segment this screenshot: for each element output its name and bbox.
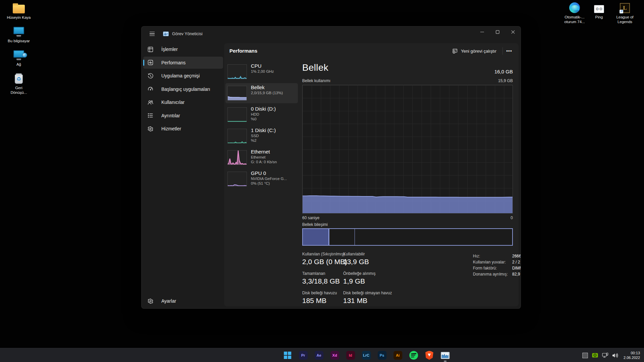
perf-thumbnail-disk-1-c: [227, 129, 247, 143]
memory-stat-value: 131 MB: [343, 296, 403, 305]
premiere-icon: Pr: [299, 351, 308, 360]
sidebar-item-label: Ayarlar: [161, 298, 176, 304]
memory-stat: Disk belleği havuzu185 MB: [302, 291, 343, 305]
performance-icon: [148, 60, 153, 65]
desktop-icon-geri-donusum[interactable]: ♻GeriDönüşü...: [1, 72, 36, 95]
desktop-icon-huseyin-kaya[interactable]: Hüseyin Kaya: [1, 2, 36, 20]
desktop-icon-ag[interactable]: Ağ: [1, 49, 36, 67]
tray-nvidia-settings-icon[interactable]: [591, 350, 599, 360]
desktop-icon-league-of-legends[interactable]: L↗League ofLegends: [607, 2, 642, 24]
taskbar-app-after-effects[interactable]: Ae: [311, 349, 327, 362]
taskbar-app-illustrator[interactable]: Ai: [390, 349, 406, 362]
perf-list-item-bellek[interactable]: Bellek2,0/15,9 GB (13%): [225, 83, 298, 103]
sidebar-item-ayarlar[interactable]: Ayarlar: [143, 295, 223, 307]
clock-date: 2.06.2022: [624, 355, 640, 360]
perf-item-sub: HDD: [251, 112, 297, 117]
hamburger-menu-icon[interactable]: [146, 29, 158, 39]
recycle-glyph: ♻: [16, 76, 21, 82]
tray-volume-icon[interactable]: [611, 350, 620, 360]
startup-icon: [148, 86, 153, 92]
taskbar-app-spotify[interactable]: [406, 349, 421, 362]
close-button[interactable]: [505, 26, 521, 37]
details-icon: [148, 113, 153, 118]
memory-details: Hız:2666 MHzKullanılan yuvalar:2 / 2Form…: [473, 253, 521, 277]
perf-item-title: 1 Diski (C:): [251, 127, 297, 133]
taskbar-app-xd[interactable]: Xd: [327, 349, 342, 362]
perf-list-item-cpu[interactable]: CPU1% 2,00 GHz: [225, 62, 298, 82]
perf-thumbnail-disk-0-d: [227, 107, 247, 122]
chart-time-label: 60 saniye: [302, 216, 319, 220]
task-manager-app-icon: [163, 32, 169, 36]
memory-stat-value: 3,3/18,8 GB: [302, 277, 343, 286]
memory-detail-value: 82,9 MB: [512, 271, 521, 277]
perf-list-item-disk-0-d[interactable]: 0 Diski (D:)HDD%0: [225, 105, 298, 125]
sidebar-item-performans[interactable]: Performans: [143, 57, 223, 69]
perf-list-item-gpu-0[interactable]: GPU 0NVIDIA GeForce G...0% (51 °C): [225, 169, 298, 189]
memory-composition-label: Bellek bileşimi: [302, 222, 328, 227]
services-icon: [148, 126, 153, 132]
perf-item-sub: 1% 2,00 GHz: [251, 69, 297, 74]
taskbar-app-lightroom-classic[interactable]: LrC: [358, 349, 374, 362]
perf-list-item-disk-1-c[interactable]: 1 Diski (C:)SSD%2: [225, 126, 298, 146]
clock[interactable]: 00:132.06.2022: [624, 351, 640, 360]
taskbar-app-start[interactable]: [279, 349, 295, 362]
sidebar-item-baslangic-uygulamalari[interactable]: Başlangıç uygulamaları: [143, 83, 223, 95]
sidebar-item-label: Uygulama geçmişi: [161, 73, 200, 78]
after-effects-icon: Ae: [315, 351, 323, 360]
desktop-icon-bu-bilgisayar[interactable]: Bu bilgisayar: [1, 25, 36, 43]
perf-item-sub: SSD: [251, 133, 297, 138]
memory-detail-row: Donanıma ayrılmış:82,9 MB: [473, 271, 521, 277]
memory-stat: Kullanılan (Sıkıştırılmış)2,0 GB (0 MB): [302, 252, 343, 266]
app-history-icon: [148, 73, 153, 79]
perf-item-sub: 2,0/15,9 GB (13%): [251, 90, 297, 95]
memory-scale-max: 15,9 GB: [498, 78, 513, 83]
sidebar-settings: Ayarlar: [143, 295, 223, 308]
performance-list: CPU1% 2,00 GHz Bellek2,0/15,9 GB (13%) 0…: [225, 62, 298, 190]
desktop: Hüseyin KayaBu bilgisayarAğ♻GeriDönüşü..…: [0, 0, 644, 362]
memory-title: Bellek: [302, 62, 328, 73]
perf-item-title: 0 Diski (D:): [251, 106, 297, 112]
memory-detail-value: DIMM: [512, 265, 521, 271]
taskbar-app-brave[interactable]: [421, 349, 437, 362]
sidebar-item-uygulama-gecmisi[interactable]: Uygulama geçmişi: [143, 70, 223, 82]
sidebar-item-label: Performans: [161, 60, 185, 65]
memory-stat-label: Disk belleği havuzu: [302, 291, 343, 296]
folder-icon: [1, 2, 36, 13]
taskbar-app-indesign[interactable]: Id: [342, 349, 358, 362]
tray-network-status-icon[interactable]: [601, 350, 609, 360]
sidebar-item-ayrintilar[interactable]: Ayrıntılar: [143, 110, 223, 122]
taskbar-app-photoshop[interactable]: Ps: [374, 349, 390, 362]
perf-item-sub: 0% (51 °C): [251, 181, 297, 186]
window-title: Görev Yöneticisi: [172, 32, 203, 36]
taskbar-center: PrAeXdIdLrCPsAi: [279, 348, 453, 362]
memory-detail-row: Hız:2666 MHz: [473, 253, 521, 259]
sidebar-item-hizmetler[interactable]: Hizmetler: [143, 123, 223, 135]
memory-detail-key: Hız:: [473, 253, 512, 259]
xd-icon: Xd: [330, 351, 339, 360]
memory-stat-value: 1,9 GB: [343, 277, 403, 286]
sidebar-item-label: Hizmetler: [161, 126, 181, 131]
sidebar-item-islemler[interactable]: İşlemler: [143, 43, 223, 55]
memory-usage-chart: [302, 85, 513, 214]
memory-stat-value: 2,0 GB (0 MB): [302, 257, 343, 266]
chart-zero-label: 0: [511, 216, 513, 220]
shortcut-arrow-icon: ↗: [620, 10, 623, 13]
taskbar-app-task-manager[interactable]: [437, 349, 453, 362]
memory-stat: Tamamlanan3,3/18,8 GB: [302, 271, 343, 286]
perf-list-item-ethernet[interactable]: EthernetEthernetG: 0 A: 0 Kb/sn: [225, 147, 298, 168]
taskbar-app-premiere[interactable]: Pr: [295, 349, 311, 362]
memory-stat-label: Önbelleğe alınmış: [343, 271, 403, 276]
memory-detail-key: Form faktörü:: [473, 265, 512, 271]
perf-thumbnail-bellek: [227, 86, 247, 101]
memory-stat: Disk belleği olmayan havuz131 MB: [343, 291, 403, 305]
sidebar: İşlemlerPerformansUygulama geçmişiBaşlan…: [143, 43, 223, 136]
memory-stat-label: Disk belleği olmayan havuz: [343, 291, 403, 296]
minimize-button[interactable]: [474, 26, 490, 37]
sidebar-item-kullanicilar[interactable]: Kullanıcılar: [143, 96, 223, 108]
titlebar[interactable]: Görev Yöneticisi: [142, 26, 521, 41]
maximize-button[interactable]: [490, 26, 505, 37]
memory-stat-value: 185 MB: [302, 296, 343, 305]
tray-hidden-icons-grid-icon[interactable]: [581, 350, 589, 360]
network-icon: [1, 49, 36, 60]
desktop-icon-label: Hüseyin Kaya: [1, 15, 36, 20]
